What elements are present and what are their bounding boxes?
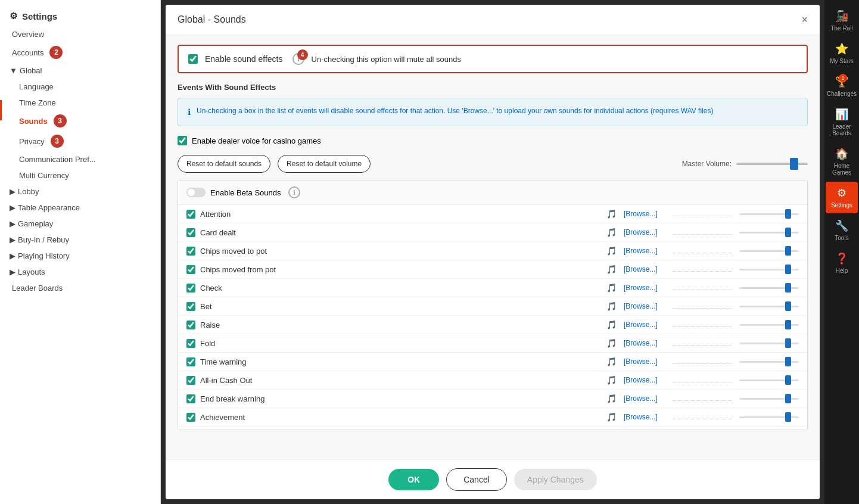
- rail-label-tools: Tools: [835, 235, 848, 241]
- enable-sound-checkbox[interactable]: [188, 54, 198, 64]
- sound-volume-slider[interactable]: [739, 379, 799, 381]
- sound-event-checkbox[interactable]: [186, 339, 195, 348]
- sound-event-name: All-in Cash Out: [200, 376, 602, 385]
- sound-volume-slider[interactable]: [739, 287, 799, 289]
- browse-button[interactable]: [Browse...]: [624, 247, 665, 255]
- beta-sounds-toggle[interactable]: [186, 188, 206, 197]
- browse-button[interactable]: [Browse...]: [624, 357, 665, 366]
- sound-note-icon[interactable]: 🎵: [606, 394, 617, 403]
- reset-sounds-button[interactable]: Reset to default sounds: [178, 155, 270, 173]
- content-title: Global - Sounds: [178, 14, 246, 25]
- rail-item-the-rail[interactable]: 🚂 The Rail: [826, 5, 858, 36]
- sidebar-item-global[interactable]: ▼ Global: [0, 63, 160, 79]
- enable-sound-label: Enable sound effects: [205, 54, 283, 64]
- sidebar-item-lobby[interactable]: ▶ Lobby: [0, 183, 160, 200]
- dealer-voice-checkbox[interactable]: [178, 136, 187, 145]
- rail-item-settings[interactable]: ⚙ Settings: [826, 182, 858, 213]
- sound-volume-slider[interactable]: [739, 213, 799, 215]
- sound-event-checkbox[interactable]: [186, 247, 195, 256]
- browse-button[interactable]: [Browse...]: [624, 210, 665, 218]
- sound-volume-slider[interactable]: [739, 343, 799, 344]
- sidebar-item-overview[interactable]: Overview: [0, 26, 160, 42]
- sidebar-item-accounts[interactable]: Accounts 2: [0, 42, 160, 63]
- sound-event-checkbox[interactable]: [186, 357, 195, 366]
- chevron-right-icon-ph: ▶: [10, 251, 15, 260]
- dealer-voice-row: Enable dealer voice for casino games: [178, 136, 808, 145]
- sound-event-checkbox[interactable]: [186, 228, 195, 237]
- sidebar-item-communication[interactable]: Communication Pref...: [0, 151, 160, 167]
- sidebar-item-multicurrency[interactable]: Multi Currency: [0, 167, 160, 183]
- apply-button[interactable]: Apply Changes: [514, 469, 597, 490]
- sound-row: Spin & Go Animation🎵: [178, 427, 807, 430]
- mute-description: Un-checking this option will mute all so…: [312, 55, 461, 64]
- sidebar-item-buyin[interactable]: ▶ Buy-In / Rebuy: [0, 232, 160, 248]
- sound-note-icon[interactable]: 🎵: [606, 301, 617, 311]
- ok-button[interactable]: OK: [388, 469, 439, 490]
- sidebar-item-layouts[interactable]: ▶ Layouts: [0, 264, 160, 280]
- enable-sound-box: Enable sound effects ℹ 4 Un-checking thi…: [178, 45, 808, 73]
- sound-volume-slider[interactable]: [739, 232, 799, 234]
- sound-volume-slider[interactable]: [739, 306, 799, 307]
- sidebar-item-timezone[interactable]: Time Zone: [0, 95, 160, 111]
- browse-button[interactable]: [Browse...]: [624, 284, 665, 292]
- sound-event-name: End break warning: [200, 394, 602, 403]
- browse-button[interactable]: [Browse...]: [624, 394, 665, 403]
- sound-event-checkbox[interactable]: [186, 376, 195, 385]
- sound-note-icon[interactable]: 🎵: [606, 265, 617, 274]
- sound-note-icon[interactable]: 🎵: [606, 320, 617, 329]
- sound-event-checkbox[interactable]: [186, 210, 195, 219]
- rail-item-help[interactable]: ❓ Help: [826, 247, 858, 279]
- sound-event-checkbox[interactable]: [186, 265, 195, 274]
- cancel-button[interactable]: Cancel: [446, 468, 507, 491]
- rail-item-tools[interactable]: 🔧 Tools: [826, 214, 858, 246]
- sound-event-checkbox[interactable]: [186, 302, 195, 311]
- browse-button[interactable]: [Browse...]: [624, 265, 665, 273]
- sound-volume-slider[interactable]: [739, 361, 799, 363]
- beta-info-icon[interactable]: ℹ: [288, 186, 300, 198]
- sound-event-checkbox[interactable]: [186, 413, 195, 422]
- sidebar-item-language[interactable]: Language: [0, 79, 160, 95]
- sound-event-checkbox[interactable]: [186, 284, 195, 293]
- info-icon-sound[interactable]: ℹ 4: [292, 53, 304, 65]
- sound-note-icon[interactable]: 🎵: [606, 283, 617, 293]
- sound-note-icon[interactable]: 🎵: [606, 228, 617, 237]
- rail-item-leader-boards[interactable]: 📊 Leader Boards: [826, 103, 858, 141]
- sound-note-icon[interactable]: 🎵: [606, 338, 617, 348]
- sidebar-item-playing-history[interactable]: ▶ Playing History: [0, 248, 160, 264]
- sounds-badge: 3: [54, 114, 67, 127]
- sidebar-item-gameplay[interactable]: ▶ Gameplay: [0, 216, 160, 232]
- sound-note-icon[interactable]: 🎵: [606, 209, 617, 219]
- rail-item-my-stars[interactable]: ⭐ My Stars: [826, 38, 858, 69]
- volume-slider[interactable]: [736, 163, 808, 165]
- sound-event-checkbox[interactable]: [186, 321, 195, 329]
- sound-volume-slider[interactable]: [739, 250, 799, 252]
- sound-volume-slider[interactable]: [739, 398, 799, 400]
- sound-volume-slider[interactable]: [739, 324, 799, 326]
- sound-note-icon[interactable]: 🎵: [606, 375, 617, 385]
- sound-event-name: Time warning: [200, 357, 602, 366]
- browse-button[interactable]: [Browse...]: [624, 228, 665, 237]
- sound-volume-slider[interactable]: [739, 269, 799, 270]
- sidebar-item-privacy[interactable]: Privacy 3: [0, 131, 160, 151]
- close-button[interactable]: ×: [801, 14, 808, 25]
- sidebar-item-table-appearance[interactable]: ▶ Table Appearance: [0, 200, 160, 216]
- rail-label-home-games: Home Games: [828, 163, 855, 176]
- browse-button[interactable]: [Browse...]: [624, 339, 665, 347]
- rail-item-challenges[interactable]: 🏆 1 Challenges: [826, 70, 858, 102]
- sound-note-icon[interactable]: 🎵: [606, 412, 617, 422]
- sidebar-item-sounds[interactable]: Sounds 3: [0, 111, 160, 131]
- sound-note-icon[interactable]: 🎵: [606, 357, 617, 366]
- browse-button[interactable]: [Browse...]: [624, 321, 665, 329]
- rail-item-home-games[interactable]: 🏠 Home Games: [826, 142, 858, 181]
- chevron-down-icon: ▼: [10, 66, 17, 75]
- reset-volume-button[interactable]: Reset to default volume: [278, 155, 371, 173]
- sidebar-item-leader-boards[interactable]: Leader Boards: [0, 280, 160, 296]
- sound-row: Chips moved from pot🎵[Browse...]: [178, 260, 807, 279]
- volume-dotted-line: [673, 396, 732, 401]
- browse-button[interactable]: [Browse...]: [624, 302, 665, 310]
- browse-button[interactable]: [Browse...]: [624, 413, 665, 421]
- sound-volume-slider[interactable]: [739, 416, 799, 418]
- sound-note-icon[interactable]: 🎵: [606, 246, 617, 256]
- browse-button[interactable]: [Browse...]: [624, 376, 665, 384]
- sound-event-checkbox[interactable]: [186, 394, 195, 403]
